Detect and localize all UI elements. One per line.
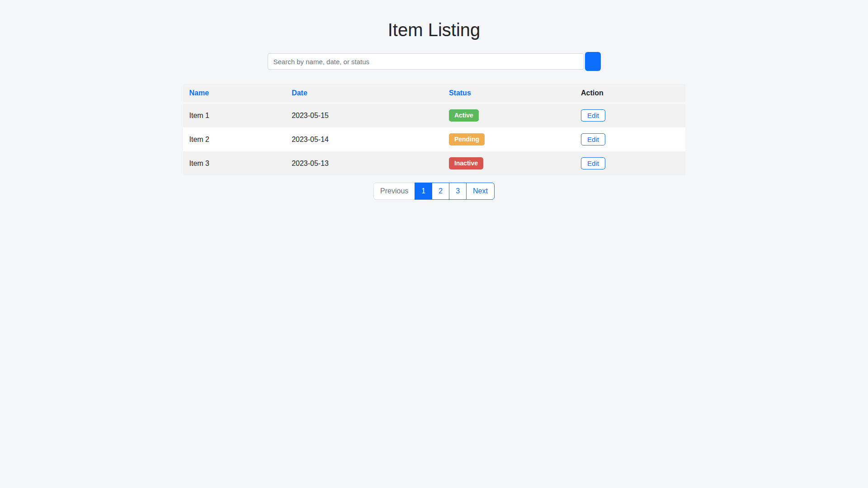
item-action-cell: Edit — [575, 127, 685, 151]
item-name-cell: Item 2 — [183, 127, 286, 151]
table-row: Item 1 2023-05-15 Active Edit — [183, 103, 685, 127]
pagination-page-3[interactable]: 3 — [449, 183, 467, 200]
column-header-date: Date — [285, 84, 443, 103]
item-name-cell: Item 3 — [183, 151, 286, 175]
sort-name-link[interactable]: Name — [189, 89, 209, 97]
column-header-status: Status — [443, 84, 575, 103]
pagination-page-1[interactable]: 1 — [415, 183, 432, 200]
item-date-cell: 2023-05-13 — [285, 151, 443, 175]
items-table: Name Date Status Action Item 1 2023-05-1… — [183, 84, 685, 175]
edit-button[interactable]: Edit — [581, 109, 605, 122]
search-button[interactable] — [585, 52, 601, 71]
item-action-cell: Edit — [575, 103, 685, 127]
search-bar — [0, 52, 868, 71]
status-badge: Pending — [449, 133, 485, 145]
item-status-cell: Active — [443, 103, 575, 127]
item-status-cell: Pending — [443, 127, 575, 151]
table-header-row: Name Date Status Action — [183, 84, 685, 103]
item-name-cell: Item 1 — [183, 103, 286, 127]
column-header-name: Name — [183, 84, 286, 103]
pagination-next[interactable]: Next — [466, 183, 495, 200]
pagination-previous[interactable]: Previous — [373, 183, 415, 200]
sort-date-link[interactable]: Date — [292, 89, 307, 97]
table-row: Item 2 2023-05-14 Pending Edit — [183, 127, 685, 151]
edit-button[interactable]: Edit — [581, 133, 605, 145]
item-status-cell: Inactive — [443, 151, 575, 175]
page-title: Item Listing — [0, 20, 868, 40]
status-badge: Inactive — [449, 157, 483, 169]
item-date-cell: 2023-05-15 — [285, 103, 443, 127]
edit-button[interactable]: Edit — [581, 157, 605, 169]
status-badge: Active — [449, 109, 479, 122]
search-input[interactable] — [268, 53, 584, 70]
pagination: Previous 1 2 3 Next — [0, 183, 868, 200]
item-action-cell: Edit — [575, 151, 685, 175]
pagination-page-2[interactable]: 2 — [432, 183, 449, 200]
column-header-action: Action — [575, 84, 685, 103]
table-row: Item 3 2023-05-13 Inactive Edit — [183, 151, 685, 175]
sort-status-link[interactable]: Status — [449, 89, 471, 97]
items-table-container: Name Date Status Action Item 1 2023-05-1… — [183, 84, 685, 175]
item-date-cell: 2023-05-14 — [285, 127, 443, 151]
